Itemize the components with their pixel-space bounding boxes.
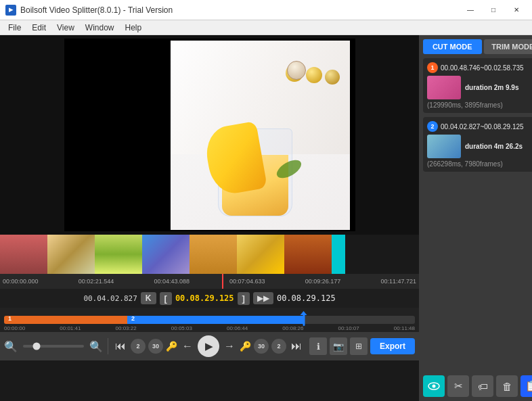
thumb-1 bbox=[0, 235, 47, 274]
seg-num-2: 2 bbox=[427, 121, 438, 132]
window-title: Boilsoft Video Splitter(8.0.1) - Trial V… bbox=[20, 5, 460, 15]
segment-card-1: 1 00.00.48.746~00.02.58.735 duration 2m … bbox=[423, 58, 532, 113]
timecode-right: 00.08.29.125 bbox=[277, 293, 336, 303]
ruler-label-2: 00:04:43.088 bbox=[154, 278, 190, 285]
delete-segment-button[interactable]: 🗑 bbox=[496, 375, 518, 397]
menu-bar: File Edit View Window Help bbox=[0, 20, 532, 35]
ruler-label-4: 00:09:26.177 bbox=[305, 278, 341, 285]
timecode-bar: 00.04.02.827 K [ 00.08.29.125 ] ▶▶ 00.08… bbox=[0, 289, 419, 308]
seg-2-duration: duration 4m 26.2s bbox=[465, 143, 523, 150]
seg-num-1: 1 bbox=[427, 62, 438, 73]
segment-1-fill: 1 bbox=[4, 316, 127, 324]
camera-button[interactable]: 📷 bbox=[330, 337, 347, 355]
mode-buttons: CUT MODE TRIM MODE bbox=[423, 39, 532, 54]
thumb-3 bbox=[95, 235, 142, 274]
bracket-open-button[interactable]: [ bbox=[160, 292, 172, 305]
fwd-frame-button[interactable]: → bbox=[222, 338, 237, 354]
thumb-6 bbox=[237, 235, 284, 274]
close-button[interactable]: ✕ bbox=[506, 3, 527, 17]
zoom-slider[interactable] bbox=[23, 345, 84, 348]
fwd-30s-button[interactable]: 30 bbox=[254, 339, 269, 354]
zoom-out-icon: 🔍 bbox=[89, 340, 103, 353]
thumb-8 bbox=[332, 235, 345, 274]
playhead-ruler bbox=[222, 274, 223, 289]
seg-1-frames: (129990ms, 3895frames) bbox=[427, 101, 532, 109]
progress-time-labels: 00:00:00 00:01:41 00:03:22 00:05:03 00:0… bbox=[4, 325, 415, 331]
thumb-7 bbox=[284, 235, 332, 274]
title-bar: ▶ Boilsoft Video Splitter(8.0.1) - Trial… bbox=[0, 0, 532, 20]
right-panel: CUT MODE TRIM MODE 1 00.00.48.746~00.02.… bbox=[419, 35, 532, 401]
minimize-button[interactable]: — bbox=[460, 3, 481, 17]
skip-to-start-button[interactable]: ⏮ bbox=[113, 338, 128, 354]
seg-2-frames: (266298ms, 7980frames) bbox=[427, 160, 532, 168]
menu-help[interactable]: Help bbox=[120, 22, 148, 34]
divider-1 bbox=[108, 338, 108, 354]
segment-card-2: 2 00.04.02.827~00.08.29.125 duration 4m … bbox=[423, 117, 532, 172]
timecode-center: 00.08.29.125 bbox=[175, 293, 234, 303]
zoom-knob bbox=[32, 343, 40, 350]
thumb-5 bbox=[190, 235, 237, 274]
back-frame-button[interactable]: ← bbox=[180, 338, 195, 354]
menu-edit[interactable]: Edit bbox=[26, 22, 51, 34]
ruler-label-5: 00:11:47.721 bbox=[380, 278, 416, 285]
progress-track[interactable]: 1 2 bbox=[4, 316, 415, 324]
segment-toolbar: ✂ 🏷 🗑 📋 bbox=[423, 375, 532, 397]
menu-file[interactable]: File bbox=[3, 22, 26, 34]
thumb-2 bbox=[47, 235, 95, 274]
play-button[interactable]: ▶ bbox=[198, 335, 219, 357]
timecode-left: 00.04.02.827 bbox=[83, 294, 137, 303]
export-button[interactable]: Export bbox=[370, 338, 415, 354]
segment-2-fill: 2 bbox=[127, 316, 304, 324]
cut-button[interactable]: ✂ bbox=[447, 375, 469, 397]
timeline-ruler: 00:00:00.000 00:02:21.544 00:04:43.088 0… bbox=[0, 274, 419, 289]
tag-button[interactable]: 🏷 bbox=[472, 375, 493, 397]
info-button[interactable]: ℹ bbox=[309, 337, 327, 355]
controls-bar: 🔍 🔍 ⏮ 2 30 🔑 ← ▶ → 🔑 30 2 ⏭ ℹ 📷 ⊞ Export bbox=[0, 332, 419, 360]
thumb-4 bbox=[142, 235, 190, 274]
progress-playhead bbox=[303, 314, 305, 326]
skip-to-end-button[interactable]: ⏭ bbox=[289, 338, 304, 354]
zoom-icon: 🔍 bbox=[4, 340, 18, 353]
key-icon-left: 🔑 bbox=[166, 341, 177, 352]
view-segments-button[interactable] bbox=[423, 375, 445, 397]
window-controls: — □ ✕ bbox=[460, 3, 527, 17]
seg-2-thumb bbox=[427, 135, 461, 158]
video-preview bbox=[0, 35, 419, 235]
fwd-2min-button[interactable]: 2 bbox=[271, 339, 286, 354]
ruler-label-3: 00:07:04.633 bbox=[229, 278, 265, 285]
cut-mode-button[interactable]: CUT MODE bbox=[423, 39, 482, 54]
menu-window[interactable]: Window bbox=[80, 22, 120, 34]
back-2min-button[interactable]: 2 bbox=[131, 339, 146, 354]
maximize-button[interactable]: □ bbox=[483, 3, 504, 17]
trim-mode-button[interactable]: TRIM MODE bbox=[484, 39, 532, 54]
key-icon-right: 🔑 bbox=[240, 341, 251, 352]
seg-1-duration: duration 2m 9.9s bbox=[465, 84, 518, 91]
seg-1-timerange: 00.00.48.746~00.02.58.735 bbox=[441, 64, 524, 72]
ruler-label-0: 00:00:00.000 bbox=[3, 278, 39, 285]
nav-next-button[interactable]: ▶▶ bbox=[253, 292, 273, 304]
thumbnail-strip bbox=[0, 235, 419, 274]
window-button[interactable]: ⊞ bbox=[350, 337, 368, 355]
back-30s-button[interactable]: 30 bbox=[148, 339, 163, 354]
progress-area: 1 2 00:00:00 00:01:41 00:03:22 00:05:03 … bbox=[0, 308, 419, 332]
k-button[interactable]: K bbox=[141, 292, 156, 304]
ruler-label-1: 00:02:21.544 bbox=[79, 278, 114, 285]
clipboard-button[interactable]: 📋 bbox=[520, 375, 532, 397]
seg-1-thumb bbox=[427, 76, 461, 99]
svg-point-1 bbox=[433, 385, 436, 388]
bracket-close-button[interactable]: ] bbox=[238, 292, 250, 305]
menu-view[interactable]: View bbox=[51, 22, 80, 34]
app-icon: ▶ bbox=[5, 5, 16, 16]
seg-2-timerange: 00.04.02.827~00.08.29.125 bbox=[441, 123, 524, 131]
